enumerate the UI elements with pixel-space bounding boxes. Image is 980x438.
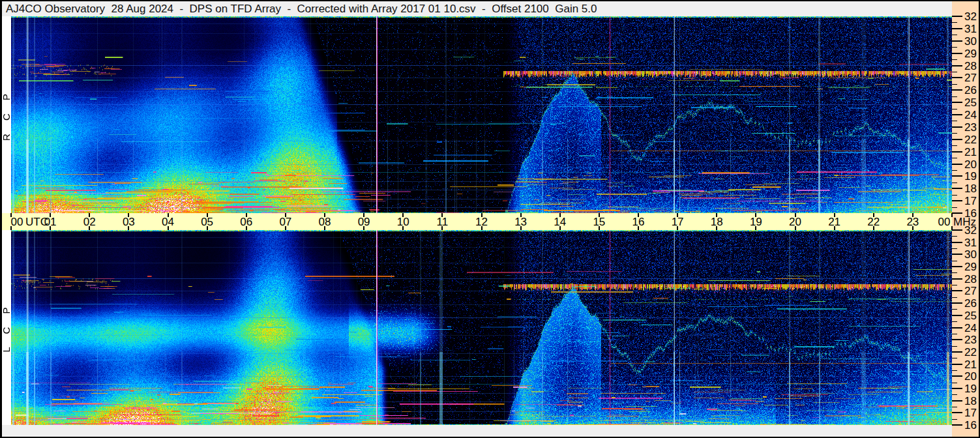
freq-tick-label: 31 xyxy=(964,237,980,248)
freq-tick-major xyxy=(952,77,962,78)
freq-tick-major xyxy=(952,327,962,328)
freq-tick-minor xyxy=(952,383,957,383)
freq-tick-label: 22 xyxy=(964,134,980,145)
freq-tick-label: 26 xyxy=(964,84,980,96)
time-tick-label: 04 xyxy=(154,216,183,229)
freq-tick-minor xyxy=(952,407,957,407)
freq-tick-minor xyxy=(952,145,957,146)
freq-tick-label: 29 xyxy=(964,261,980,272)
freq-tick-major xyxy=(952,290,962,291)
freq-tick-major xyxy=(952,302,962,304)
freq-tick-label: 22 xyxy=(964,346,980,358)
freq-tick-minor xyxy=(952,59,957,60)
time-axis-band: UTC 000102030405060708091011121314151617… xyxy=(2,213,952,230)
freq-tick-minor xyxy=(952,370,957,371)
freq-tick-major xyxy=(952,126,962,128)
time-tick-label: 12 xyxy=(468,216,496,229)
rcp-panel-label: R C P xyxy=(2,82,11,147)
freq-tick-major xyxy=(952,388,962,389)
time-tick-label: 07 xyxy=(271,216,300,229)
freq-tick-minor xyxy=(952,321,957,322)
freq-tick-minor xyxy=(952,419,957,420)
time-tick-label: 21 xyxy=(820,216,849,229)
freq-tick-minor xyxy=(952,285,957,285)
freq-tick-minor xyxy=(952,346,957,347)
freq-tick-label: 16 xyxy=(964,419,980,431)
freq-tick-minor xyxy=(952,35,957,35)
freq-tick-minor xyxy=(952,272,957,273)
time-tick-label: 17 xyxy=(663,216,692,229)
freq-tick-minor xyxy=(952,207,957,208)
freq-tick-label: 24 xyxy=(964,109,980,121)
freq-tick-label: 29 xyxy=(964,48,980,59)
freq-tick-major xyxy=(952,212,962,214)
freq-tick-major xyxy=(952,89,962,91)
time-tick-label: 15 xyxy=(585,216,614,229)
freq-tick-major xyxy=(952,412,962,413)
title-bar: AJ4CO Observatory 28 Aug 2024 - DPS on T… xyxy=(2,1,952,16)
freq-tick-major xyxy=(952,229,962,231)
freq-tick-label: 18 xyxy=(964,395,980,407)
time-tick-label: 20 xyxy=(781,216,810,229)
freq-tick-label: 20 xyxy=(964,158,980,170)
freq-tick-major xyxy=(952,424,962,426)
freq-tick-minor xyxy=(952,47,957,48)
time-tick-label: 05 xyxy=(193,216,222,229)
freq-tick-label: 28 xyxy=(964,273,980,285)
lcp-panel-label: L C P xyxy=(2,295,11,360)
freq-tick-major xyxy=(952,139,962,140)
freq-tick-major xyxy=(952,278,962,280)
freq-tick-minor xyxy=(952,133,957,134)
freq-tick-major xyxy=(952,400,962,402)
freq-tick-label: 30 xyxy=(964,248,980,260)
freq-tick-major xyxy=(952,175,962,177)
freq-tick-minor xyxy=(952,195,957,196)
freq-tick-label: 23 xyxy=(964,334,980,345)
freq-tick-label: 25 xyxy=(964,96,980,108)
freq-tick-label: 21 xyxy=(964,358,980,370)
freq-tick-major xyxy=(952,151,962,153)
freq-tick-label: 20 xyxy=(964,370,980,382)
freq-tick-minor xyxy=(952,297,957,298)
freq-tick-major xyxy=(952,65,962,66)
time-tick-label: 13 xyxy=(507,216,535,229)
freq-tick-minor xyxy=(952,182,957,183)
freq-tick-minor xyxy=(952,309,957,310)
freq-tick-minor xyxy=(952,121,957,121)
freq-tick-major xyxy=(952,351,962,353)
time-tick-label: 11 xyxy=(428,216,456,229)
freq-tick-label: 17 xyxy=(964,407,980,418)
time-tick-label: 08 xyxy=(310,216,339,229)
freq-tick-minor xyxy=(952,170,957,171)
freq-tick-major xyxy=(952,40,962,42)
time-tick-label: 19 xyxy=(741,216,770,229)
freq-tick-label: 32 xyxy=(964,10,980,22)
title-text: AJ4CO Observatory 28 Aug 2024 - DPS on T… xyxy=(2,1,952,16)
bottom-margin-strip xyxy=(2,425,952,437)
freq-tick-label: 27 xyxy=(964,72,980,83)
freq-tick-label: 30 xyxy=(964,35,980,47)
freq-tick-label: 26 xyxy=(964,297,980,309)
freq-tick-label: 24 xyxy=(964,322,980,334)
freq-tick-label: 25 xyxy=(964,310,980,321)
freq-tick-label: 17 xyxy=(964,195,980,207)
freq-axis-unit: MHz xyxy=(953,216,976,229)
freq-tick-minor xyxy=(952,334,957,334)
freq-tick-label: 19 xyxy=(964,383,980,394)
freq-tick-major xyxy=(952,102,962,103)
app-window: AJ4CO Observatory 28 Aug 2024 - DPS on T… xyxy=(0,0,980,438)
freq-tick-major xyxy=(952,339,962,340)
freq-tick-label: 23 xyxy=(964,121,980,133)
freq-tick-minor xyxy=(952,84,957,85)
freq-tick-major xyxy=(952,315,962,316)
freq-tick-minor xyxy=(952,22,957,23)
time-tick-label: 18 xyxy=(702,216,731,229)
freq-tick-major xyxy=(952,254,962,255)
time-tick-label: 06 xyxy=(232,216,261,229)
time-tick-label: 09 xyxy=(349,216,378,229)
spectrogram-lcp-panel xyxy=(11,230,952,425)
freq-tick-major xyxy=(952,114,962,115)
freq-tick-major xyxy=(952,53,962,54)
freq-tick-minor xyxy=(952,248,957,249)
time-tick-label: 23 xyxy=(898,216,927,229)
